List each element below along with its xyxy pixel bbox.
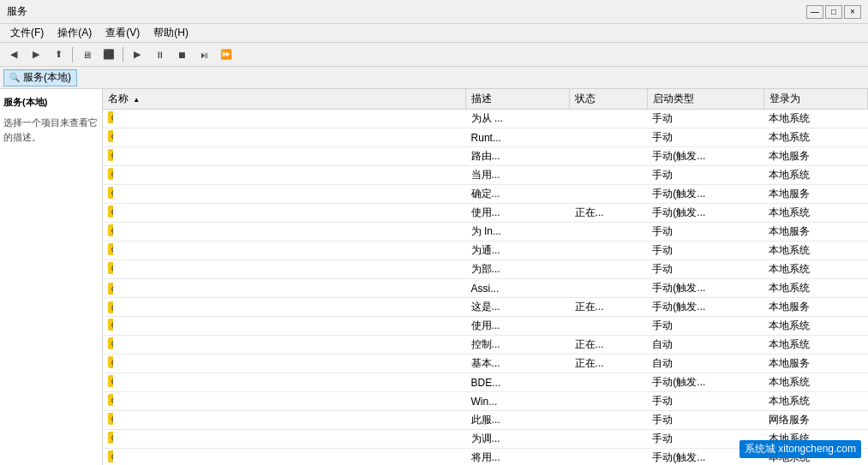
service-status xyxy=(570,317,648,336)
service-name-cell: Block Level Backup Engine Service xyxy=(103,392,113,408)
service-desc: Win... xyxy=(466,392,570,411)
service-status xyxy=(570,430,648,449)
service-login: 本地系统 xyxy=(763,392,867,411)
service-desc: 此服... xyxy=(466,411,570,430)
service-icon xyxy=(108,319,113,331)
service-startup: 手动 xyxy=(647,411,763,430)
service-icon xyxy=(108,394,113,406)
service-startup: 手动 xyxy=(647,392,763,411)
table-row[interactable]: CaptureService_6eef8f8为调...手动本地系统 xyxy=(103,430,868,449)
table-row[interactable]: AssignedAccessManager 服务Assi...手动(触发...本… xyxy=(103,279,868,298)
service-startup: 手动 xyxy=(647,166,763,185)
minimize-button[interactable]: — xyxy=(806,5,823,19)
service-name-cell: BitLocker Drive Encryption Service xyxy=(103,373,113,389)
close-button[interactable]: × xyxy=(844,5,861,19)
service-name-cell: Background Tasks Infrastructure Service xyxy=(103,336,113,351)
service-desc: 为 In... xyxy=(466,223,570,241)
table-row[interactable]: AVCTP 服务这是...正在...手动(触发...本地服务 xyxy=(103,298,868,317)
toolbar-up[interactable]: ⬆ xyxy=(48,45,69,64)
table-row[interactable]: Block Level Backup Engine ServiceWin...手… xyxy=(103,392,868,411)
service-login: 本地系统 xyxy=(763,430,867,449)
toolbar-stop[interactable]: ⏹ xyxy=(171,45,192,64)
service-icon xyxy=(108,375,113,387)
table-row[interactable]: Certificate Propagation将用...手动(触发...本地系统 xyxy=(103,449,868,466)
table-row[interactable]: BitLocker Drive Encryption ServiceBDE...… xyxy=(103,373,868,392)
col-header-startup[interactable]: 启动类型 xyxy=(647,89,763,110)
service-status xyxy=(570,279,648,298)
service-name-cell: Application Information xyxy=(103,204,113,219)
table-row[interactable]: Application Management为通...手动本地系统 xyxy=(103,241,868,260)
service-icon xyxy=(108,149,113,161)
menu-action[interactable]: 操作(A) xyxy=(51,24,99,42)
toolbar-start[interactable]: ▶ xyxy=(127,45,147,64)
service-status xyxy=(570,223,648,241)
right-panel: 名称 ▲ 描述 状态 启动类型 登录为 xyxy=(103,89,868,465)
service-login: 本地系统 xyxy=(763,110,867,128)
service-status xyxy=(570,411,648,430)
col-header-name[interactable]: 名称 ▲ xyxy=(103,89,466,110)
toolbar-extra[interactable]: ⏩ xyxy=(216,45,236,64)
menu-file[interactable]: 文件(F) xyxy=(3,24,51,42)
service-name-cell: Base Filtering Engine xyxy=(103,355,113,370)
table-row[interactable]: Application Information使用...正在...手动(触发..… xyxy=(103,204,868,223)
service-icon xyxy=(108,111,113,123)
toolbar-forward[interactable]: ▶ xyxy=(26,45,46,64)
service-login: 本地系统 xyxy=(763,279,867,298)
table-row[interactable]: Base Filtering Engine基本...正在...自动本地服务 xyxy=(103,355,868,373)
service-desc: 控制... xyxy=(466,336,570,355)
service-icon xyxy=(108,337,113,349)
toolbar-back[interactable]: ◀ xyxy=(3,45,24,64)
table-row[interactable]: Application Identity确定...手动(触发...本地服务 xyxy=(103,185,868,204)
service-startup: 手动 xyxy=(647,241,763,260)
service-desc: 将用... xyxy=(466,449,570,466)
address-label: 🔍 服务(本地) xyxy=(3,69,77,86)
toolbar-restart[interactable]: ⏯ xyxy=(194,45,214,64)
service-status: 正在... xyxy=(570,204,648,223)
table-row[interactable]: Application Layer Gateway Service为 In...… xyxy=(103,223,868,241)
left-panel-description: 选择一个项目来查看它的描述。 xyxy=(3,116,99,144)
table-row[interactable]: Background Intelligent Transfer Service使… xyxy=(103,317,868,336)
service-icon xyxy=(108,168,113,180)
service-startup: 手动(触发... xyxy=(647,185,763,204)
table-header: 名称 ▲ 描述 状态 启动类型 登录为 xyxy=(103,89,868,110)
service-name-cell: CaptureService_6eef8f8 xyxy=(103,430,113,445)
title-bar-text: 服务 xyxy=(7,4,27,19)
service-desc: 当用... xyxy=(466,166,570,185)
table-row[interactable]: AppX Deployment Service (AppXSVC)为部...手动… xyxy=(103,260,868,279)
col-header-desc[interactable]: 描述 xyxy=(466,89,570,110)
left-panel-title: 服务(本地) xyxy=(3,96,99,109)
table-row[interactable]: Agent Activation Runtime_6eef8f8Runt...手… xyxy=(103,128,868,147)
service-startup: 手动(触发... xyxy=(647,147,763,166)
address-text: 服务(本地) xyxy=(23,70,71,85)
table-row[interactable]: BranchCache此服...手动网络服务 xyxy=(103,411,868,430)
toolbar-show-hide-tree[interactable]: 🖥 xyxy=(76,45,97,64)
service-desc: 为部... xyxy=(466,260,570,279)
table-row[interactable]: AllJoyn Router Service路由...手动(触发...本地服务 xyxy=(103,147,868,166)
menu-help[interactable]: 帮助(H) xyxy=(147,24,195,42)
service-startup: 手动(触发... xyxy=(647,373,763,392)
service-status: 正在... xyxy=(570,355,648,373)
service-desc: 使用... xyxy=(466,317,570,336)
maximize-button[interactable]: □ xyxy=(825,5,842,19)
service-status xyxy=(570,241,648,260)
menu-view[interactable]: 查看(V) xyxy=(99,24,147,42)
col-header-login[interactable]: 登录为 xyxy=(763,89,867,110)
service-status xyxy=(570,185,648,204)
toolbar-show-hide-action[interactable]: ⬛ xyxy=(99,45,119,64)
service-startup: 手动 xyxy=(647,128,763,147)
service-login: 本地系统 xyxy=(763,128,867,147)
toolbar-pause[interactable]: ⏸ xyxy=(149,45,170,64)
service-login: 本地系统 xyxy=(763,449,867,466)
service-login: 本地系统 xyxy=(763,373,867,392)
table-row[interactable]: Background Tasks Infrastructure Service控… xyxy=(103,336,868,355)
main-layout: 服务(本地) 选择一个项目来查看它的描述。 名称 ▲ 描述 状态 xyxy=(0,89,868,465)
service-login: 本地服务 xyxy=(763,185,867,204)
table-row[interactable]: App Readiness当用...手动本地系统 xyxy=(103,166,868,185)
services-table: 名称 ▲ 描述 状态 启动类型 登录为 xyxy=(103,89,868,465)
table-scroll[interactable]: 名称 ▲ 描述 状态 启动类型 登录为 xyxy=(103,89,868,465)
service-name-cell: ActiveX Installer (AxInstSV) xyxy=(103,110,113,125)
col-header-status[interactable]: 状态 xyxy=(570,89,648,110)
table-row[interactable]: ActiveX Installer (AxInstSV)为从 ...手动本地系统 xyxy=(103,110,868,128)
service-status xyxy=(570,166,648,185)
left-panel: 服务(本地) 选择一个项目来查看它的描述。 xyxy=(0,89,103,465)
